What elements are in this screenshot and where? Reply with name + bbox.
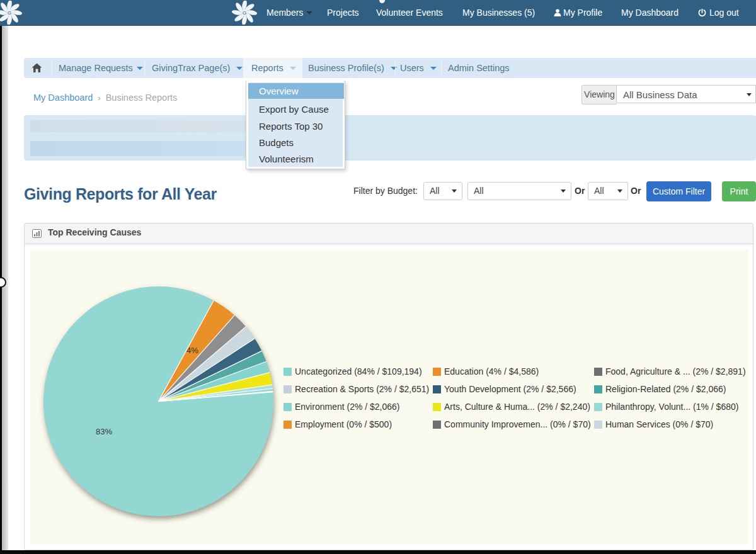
svg-text:G: G (8, 10, 11, 16)
svg-text:G: G (243, 10, 246, 16)
